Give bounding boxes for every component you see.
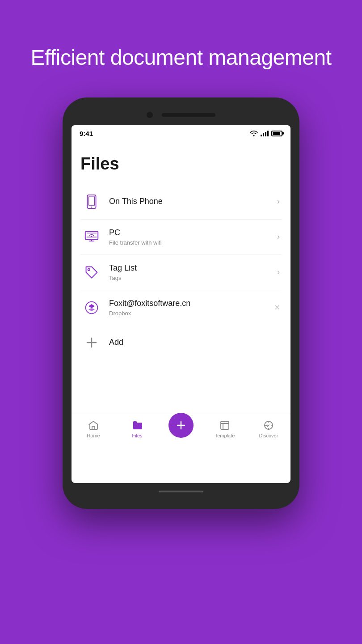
spacer: [72, 360, 290, 396]
signal-bars-icon: [261, 130, 269, 136]
wifi-icon: [250, 130, 258, 136]
add-icon: [82, 333, 101, 352]
file-list: On This Phone ›: [80, 184, 282, 325]
discover-icon: [263, 419, 274, 431]
tag-list-chevron: ›: [277, 267, 280, 277]
home-icon: [88, 419, 99, 431]
nav-home-label: Home: [87, 433, 100, 438]
page-headline: Efficient document management: [30, 45, 331, 71]
nav-home[interactable]: Home: [78, 419, 109, 438]
status-icons: [250, 130, 282, 136]
svg-rect-1: [89, 196, 95, 206]
dropbox-subtitle: Dropbox: [109, 310, 270, 317]
status-bar: 9:41: [72, 125, 290, 141]
app-content: Files On This Phone ›: [72, 141, 290, 360]
on-this-phone-chevron: ›: [277, 197, 280, 206]
pc-info: PC File transfer with wifi: [109, 228, 273, 246]
files-icon: [131, 419, 143, 431]
tag-list-info: Tag List Tags: [109, 263, 273, 281]
on-this-phone-label: On This Phone: [109, 196, 273, 207]
file-item-pc[interactable]: PC File transfer with wifi ›: [80, 220, 282, 255]
phone-camera: [147, 112, 153, 118]
phone-icon: [82, 192, 101, 211]
phone-speaker: [162, 113, 215, 117]
dropbox-info: Foxit@foxitsoftware.cn Dropbox: [109, 298, 270, 316]
phone-bottom-bar: [72, 487, 290, 500]
file-item-tag-list[interactable]: Tag List Tags ›: [80, 255, 282, 290]
add-label: Add: [109, 338, 123, 347]
tag-icon: [82, 263, 101, 282]
nav-discover[interactable]: Discover: [253, 419, 284, 438]
dropbox-icon: [82, 298, 101, 317]
nav-files[interactable]: Files: [122, 419, 153, 438]
svg-rect-7: [221, 421, 229, 429]
files-title: Files: [80, 154, 282, 174]
dropbox-close[interactable]: ×: [274, 302, 280, 313]
dropbox-label: Foxit@foxitsoftware.cn: [109, 298, 270, 309]
svg-rect-3: [85, 231, 98, 239]
phone-screen: 9:41: [72, 125, 290, 483]
template-icon: [219, 419, 231, 431]
file-item-on-this-phone[interactable]: On This Phone ›: [80, 184, 282, 220]
file-item-dropbox[interactable]: Foxit@foxitsoftware.cn Dropbox ×: [80, 290, 282, 325]
status-time: 9:41: [80, 130, 93, 137]
bottom-nav: Home Files: [72, 414, 290, 445]
nav-discover-label: Discover: [259, 433, 278, 438]
add-item[interactable]: Add: [80, 325, 282, 360]
pc-subtitle: File transfer with wifi: [109, 239, 273, 246]
pc-chevron: ›: [277, 232, 280, 242]
add-center-button[interactable]: [168, 413, 194, 438]
nav-files-label: Files: [132, 433, 142, 438]
home-indicator: [159, 491, 203, 492]
tag-list-label: Tag List: [109, 263, 273, 273]
on-this-phone-info: On This Phone: [109, 196, 273, 207]
svg-point-5: [88, 268, 90, 270]
phone-top-bar: [72, 106, 290, 125]
pc-label: PC: [109, 228, 273, 238]
svg-point-2: [91, 206, 92, 207]
tag-list-subtitle: Tags: [109, 275, 273, 281]
battery-icon: [271, 131, 282, 136]
phone-mockup: 9:41: [63, 97, 299, 509]
nav-add-center[interactable]: [165, 420, 197, 438]
nav-template[interactable]: Template: [209, 419, 240, 438]
svg-point-4: [91, 236, 93, 237]
pc-icon: [82, 228, 101, 246]
nav-template-label: Template: [215, 433, 235, 438]
